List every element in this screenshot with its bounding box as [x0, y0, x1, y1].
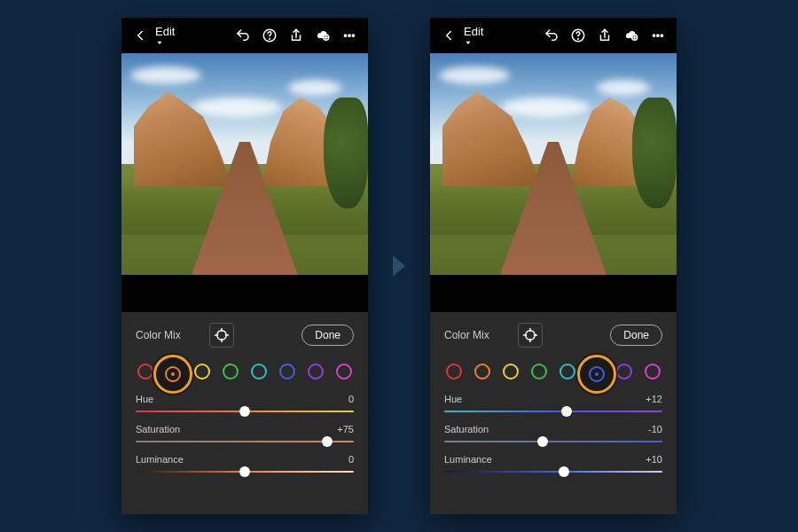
svg-point-6 — [352, 35, 354, 36]
slider-value: +75 — [337, 424, 354, 434]
slider-track[interactable] — [444, 408, 662, 415]
caret-down-icon — [464, 38, 473, 47]
svg-point-4 — [344, 35, 346, 36]
luminance-slider: Luminance0 — [136, 454, 354, 475]
saturation-slider: Saturation-10 — [444, 424, 662, 445]
slider-track[interactable] — [444, 438, 662, 445]
slider-label: Hue — [444, 394, 462, 404]
color-swatch-row — [136, 356, 354, 385]
color-swatch[interactable] — [223, 364, 239, 379]
color-swatch[interactable] — [137, 364, 153, 379]
photo-preview[interactable] — [430, 53, 677, 275]
panel-title: Color Mix — [444, 329, 489, 341]
photo-preview[interactable] — [121, 53, 368, 275]
phone-screen-left: Edit Color Mix DoneHue0Saturation+75Lumi… — [121, 18, 368, 514]
caret-down-icon — [155, 38, 164, 47]
selected-swatch-highlight — [153, 355, 192, 394]
slider-value: 0 — [348, 394, 354, 404]
cloud-sync-icon[interactable] — [315, 27, 331, 43]
target-adjust-button[interactable] — [518, 323, 543, 348]
undo-icon[interactable] — [235, 27, 251, 43]
slider-value: +12 — [645, 394, 662, 404]
photo-letterbox — [430, 275, 677, 312]
share-icon[interactable] — [597, 27, 613, 43]
color-swatch-row — [444, 356, 662, 385]
slider-label: Luminance — [444, 454, 492, 465]
svg-point-14 — [578, 38, 579, 39]
color-swatch[interactable] — [308, 364, 324, 379]
back-icon[interactable] — [132, 27, 148, 43]
edit-menu[interactable]: Edit — [155, 25, 175, 47]
help-icon[interactable] — [570, 27, 586, 43]
back-icon[interactable] — [441, 27, 457, 43]
color-swatch[interactable] — [531, 364, 547, 379]
color-swatch[interactable] — [503, 364, 519, 379]
color-swatch[interactable] — [336, 364, 352, 379]
slider-knob[interactable] — [537, 436, 548, 447]
svg-point-17 — [657, 35, 659, 36]
color-mix-panel: Color Mix DoneHue0Saturation+75Luminance… — [121, 312, 368, 514]
hue-slider: Hue0 — [136, 394, 354, 415]
color-mix-panel: Color Mix DoneHue+12Saturation-10Luminan… — [430, 312, 677, 514]
slider-value: 0 — [348, 454, 354, 465]
luminance-slider: Luminance+10 — [444, 454, 662, 475]
svg-marker-0 — [158, 41, 162, 43]
edit-label: Edit — [155, 25, 175, 38]
done-button[interactable]: Done — [610, 325, 662, 346]
edit-menu[interactable]: Edit — [464, 25, 483, 47]
color-swatch[interactable] — [251, 364, 267, 379]
hue-slider: Hue+12 — [444, 394, 662, 415]
phone-screen-right: Edit Color Mix DoneHue+12Saturation-10Lu… — [430, 18, 677, 514]
selected-swatch-highlight — [577, 355, 616, 394]
color-swatch[interactable] — [645, 364, 661, 379]
more-icon[interactable] — [341, 27, 357, 43]
target-adjust-button[interactable] — [209, 323, 234, 348]
more-icon[interactable] — [650, 27, 666, 43]
color-swatch[interactable] — [474, 364, 490, 379]
cloud-sync-icon[interactable] — [623, 27, 639, 43]
transition-arrow-icon — [393, 255, 405, 277]
color-swatch[interactable] — [616, 364, 632, 379]
svg-point-7 — [216, 331, 226, 340]
undo-icon[interactable] — [544, 27, 559, 43]
slider-knob[interactable] — [239, 466, 250, 477]
color-swatch[interactable] — [194, 364, 210, 379]
photo-letterbox — [121, 275, 368, 312]
svg-marker-12 — [466, 41, 471, 43]
slider-knob[interactable] — [322, 436, 332, 447]
slider-knob[interactable] — [239, 406, 250, 417]
panel-title: Color Mix — [136, 329, 181, 341]
svg-point-2 — [270, 38, 270, 39]
help-icon[interactable] — [262, 27, 278, 43]
slider-value: -10 — [648, 424, 662, 434]
svg-point-16 — [653, 35, 654, 36]
svg-point-18 — [661, 35, 662, 36]
color-swatch[interactable] — [279, 364, 295, 379]
svg-point-5 — [348, 35, 350, 36]
slider-track[interactable] — [136, 408, 354, 415]
slider-value: +10 — [645, 454, 662, 465]
slider-label: Saturation — [444, 424, 489, 434]
slider-label: Hue — [136, 394, 153, 404]
slider-track[interactable] — [136, 468, 354, 475]
saturation-slider: Saturation+75 — [136, 424, 354, 445]
color-swatch[interactable] — [446, 364, 462, 379]
slider-track[interactable] — [444, 468, 662, 475]
slider-label: Luminance — [136, 454, 184, 465]
slider-knob[interactable] — [559, 466, 569, 477]
color-swatch[interactable] — [559, 364, 575, 379]
slider-label: Saturation — [136, 424, 180, 434]
slider-track[interactable] — [136, 438, 354, 445]
svg-point-19 — [525, 331, 535, 340]
share-icon[interactable] — [288, 27, 304, 43]
edit-label: Edit — [464, 25, 483, 38]
slider-knob[interactable] — [561, 406, 572, 417]
done-button[interactable]: Done — [301, 325, 354, 346]
